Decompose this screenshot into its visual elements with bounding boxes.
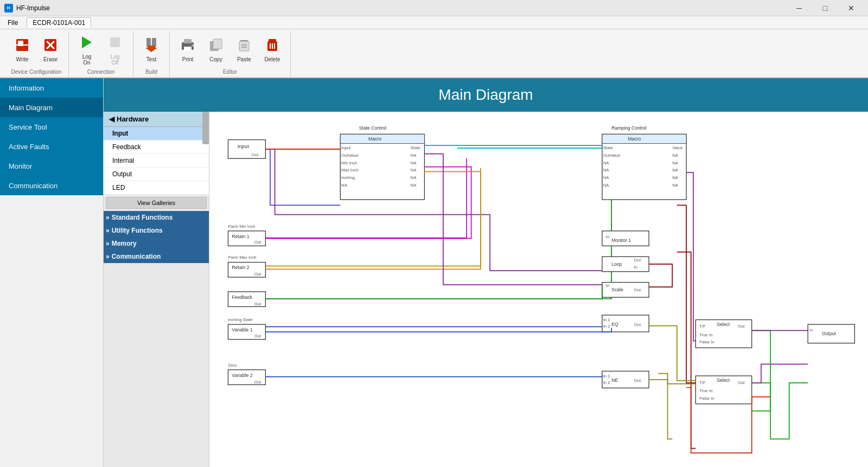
communication-icon: » [106, 253, 110, 260]
content-title: Main Diagram [438, 86, 533, 104]
diagram-svg[interactable]: Input Out State Control Macro Input Stat… [209, 112, 868, 467]
svg-text:Out: Out [634, 378, 641, 383]
svg-text:NA: NA [672, 153, 679, 158]
svg-text:NA: NA [672, 168, 679, 172]
svg-text:NA: NA [411, 153, 417, 158]
hw-memory[interactable]: » Memory [104, 237, 209, 250]
sidebar-item-active-faults[interactable]: Active Faults [0, 137, 103, 156]
svg-text:Max Inch: Max Inch [341, 168, 358, 172]
log-off-label: LogOff [111, 54, 120, 66]
svg-rect-11 [184, 39, 192, 43]
print-label: Print [182, 56, 194, 62]
svg-text:Macro: Macro [628, 136, 641, 142]
diagram-area[interactable]: ◀ Hardware Input Feedback Internal Outpu… [104, 112, 868, 467]
title-bar-left: H HF-Impulse [4, 4, 50, 12]
svg-text:Out: Out [634, 287, 641, 292]
log-on-icon [79, 34, 95, 53]
svg-text:NA: NA [672, 161, 679, 165]
hw-input[interactable]: Input [104, 127, 209, 140]
svg-text:Ramping Control: Ramping Control [611, 125, 647, 131]
main-layout: Information Main Diagram Service Tool Ac… [0, 78, 868, 467]
svg-text:Feedback: Feedback [232, 295, 253, 300]
svg-text:In: In [606, 234, 609, 239]
svg-text:NA: NA [411, 183, 417, 188]
svg-text:Out: Out [254, 272, 261, 277]
scroll-handle[interactable] [202, 112, 209, 144]
svg-text:NA: NA [603, 175, 610, 180]
hw-feedback[interactable]: Feedback [104, 140, 209, 154]
svg-text:Variable 1: Variable 1 [232, 327, 252, 332]
file-menu[interactable]: File [2, 18, 23, 28]
minimize-button[interactable]: ─ [787, 0, 812, 16]
svg-text:State Control: State Control [359, 125, 386, 131]
erase-button[interactable]: Erase [37, 34, 64, 66]
sidebar-item-service-tool[interactable]: Service Tool [0, 117, 103, 137]
hw-standard-functions[interactable]: » Standard Functions [104, 211, 209, 224]
svg-text:Out: Out [634, 322, 641, 327]
paste-icon [236, 37, 252, 55]
communication-label: Communication [112, 253, 161, 260]
menu-bar: File ECDR-0101A-001 [0, 16, 868, 29]
log-off-icon [107, 34, 123, 53]
build-label: Build [138, 69, 165, 75]
erase-icon [42, 37, 59, 55]
close-button[interactable]: ✕ [839, 0, 864, 16]
utility-functions-label: Utility Functions [112, 227, 163, 234]
svg-text:NA: NA [672, 183, 679, 188]
sidebar: Information Main Diagram Service Tool Ac… [0, 78, 104, 467]
delete-button[interactable]: Delete [259, 34, 286, 66]
document-tab[interactable]: ECDR-0101A-001 [27, 17, 91, 28]
title-bar: H HF-Impulse ─ □ ✕ [0, 0, 868, 16]
test-icon [143, 37, 159, 55]
svg-text:Retain 1: Retain 1 [232, 234, 249, 239]
svg-text:In 1: In 1 [603, 374, 610, 379]
connection-label: Connection [73, 69, 129, 75]
svg-text:Scale: Scale [611, 287, 623, 292]
hw-communication[interactable]: » Communication [104, 250, 209, 263]
log-off-button[interactable]: LogOff [101, 34, 129, 66]
log-on-button[interactable]: LogOn [73, 34, 100, 66]
sidebar-item-main-diagram[interactable]: Main Diagram [0, 98, 103, 117]
svg-text:Parm Min Inch: Parm Min Inch [228, 224, 255, 229]
hw-led[interactable]: LED [104, 181, 209, 195]
standard-functions-icon: » [106, 214, 110, 221]
svg-rect-48 [602, 134, 686, 143]
svg-rect-17 [239, 41, 249, 51]
sidebar-item-information[interactable]: Information [0, 78, 103, 98]
write-icon [14, 37, 30, 55]
standard-functions-label: Standard Functions [112, 214, 173, 221]
memory-icon: » [106, 240, 110, 247]
svg-rect-32 [340, 134, 424, 143]
svg-text:NA: NA [411, 175, 417, 180]
svg-text:Zero: Zero [228, 363, 237, 368]
copy-icon [208, 37, 224, 55]
svg-text:T/F: T/F [699, 380, 706, 385]
svg-rect-8 [146, 38, 151, 47]
svg-text:Inching State: Inching State [228, 317, 252, 322]
svg-rect-46 [602, 134, 686, 200]
sidebar-item-communication[interactable]: Communication [0, 176, 103, 195]
svg-rect-30 [340, 134, 424, 200]
svg-text:In: In [634, 265, 637, 270]
write-button[interactable]: Write [9, 34, 36, 66]
editor-group: Print Copy [170, 31, 291, 77]
view-galleries-button[interactable]: View Galleries [106, 197, 207, 209]
test-button[interactable]: Test [138, 34, 165, 66]
svg-text:False In: False In [699, 396, 714, 401]
build-buttons: Test [138, 31, 165, 68]
hw-internal[interactable]: Internal [104, 154, 209, 168]
svg-rect-19 [241, 47, 247, 48]
svg-text:Out: Out [738, 380, 745, 385]
svg-rect-12 [184, 47, 192, 51]
sidebar-item-monitor[interactable]: Monitor [0, 156, 103, 176]
hw-utility-functions[interactable]: » Utility Functions [104, 224, 209, 237]
maximize-button[interactable]: □ [813, 0, 838, 16]
svg-rect-84 [602, 257, 649, 272]
paste-button[interactable]: Paste [231, 34, 258, 66]
delete-label: Delete [265, 56, 280, 62]
hardware-panel-header: ◀ Hardware [104, 112, 209, 127]
svg-text:Min Inch: Min Inch [341, 161, 357, 165]
copy-button[interactable]: Copy [202, 34, 229, 66]
hw-output[interactable]: Output [104, 168, 209, 181]
print-button[interactable]: Print [174, 34, 201, 66]
